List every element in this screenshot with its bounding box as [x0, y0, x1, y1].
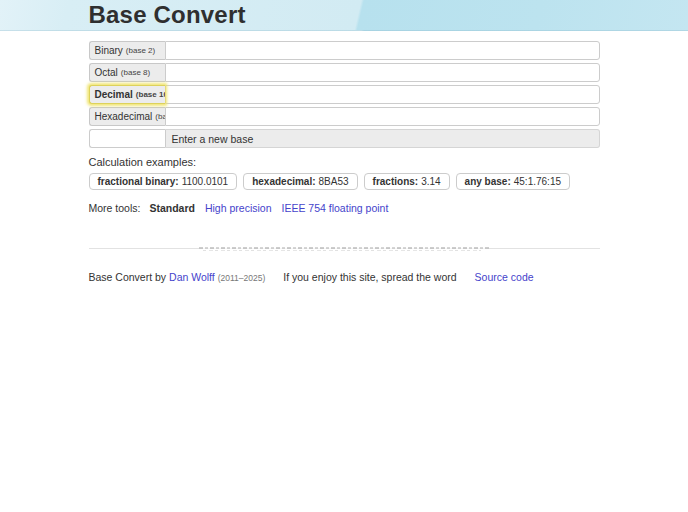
binary-label: Binary (base 2): [89, 41, 165, 60]
example-label: any base:: [465, 176, 511, 187]
app-title: Base Convert: [89, 1, 246, 29]
binary-label-text: Binary: [95, 45, 123, 56]
example-fractional-binary-button[interactable]: fractional binary: 1100.0101: [89, 173, 238, 190]
footer-divider: [89, 248, 600, 249]
author-link[interactable]: Dan Wolff: [169, 271, 215, 283]
tool-high-precision-link[interactable]: High precision: [205, 202, 272, 214]
binary-base-note: (base 2): [126, 46, 155, 55]
decimal-base-note: (base 10): [136, 90, 165, 99]
example-value: 45:1.76:15: [514, 176, 561, 187]
example-value: 3.14: [421, 176, 440, 187]
octal-label-text: Octal: [95, 67, 118, 78]
hexadecimal-label-text: Hexadecimal: [95, 111, 153, 122]
octal-row: Octal (base 8): [89, 63, 600, 82]
binary-input[interactable]: [165, 41, 600, 60]
credit-prefix: Base Convert by: [89, 271, 167, 283]
example-value: 1100.0101: [182, 176, 229, 187]
example-label: fractional binary:: [98, 176, 179, 187]
new-base-prompt: Enter a new base: [165, 129, 600, 148]
octal-label: Octal (base 8): [89, 63, 165, 82]
example-label: hexadecimal:: [252, 176, 315, 187]
page-header: Base Convert: [0, 0, 688, 31]
examples-row: fractional binary: 1100.0101 hexadecimal…: [89, 173, 600, 190]
decimal-label: Decimal (base 10): [89, 85, 165, 104]
example-any-base-button[interactable]: any base: 45:1.76:15: [456, 173, 570, 190]
hexadecimal-row: Hexadecimal (base 16): [89, 107, 600, 126]
spread-the-word-message: If you enjoy this site, spread the word: [283, 271, 456, 283]
hexadecimal-label: Hexadecimal (base 16): [89, 107, 165, 126]
copyright-years: (2011–2025): [218, 273, 266, 283]
binary-row: Binary (base 2): [89, 41, 600, 60]
example-fractions-button[interactable]: fractions: 3.14: [364, 173, 450, 190]
examples-heading: Calculation examples:: [89, 156, 600, 168]
hexadecimal-input[interactable]: [165, 107, 600, 126]
example-label: fractions:: [373, 176, 419, 187]
main-content: Binary (base 2) Octal (base 8) Decimal (…: [89, 31, 600, 283]
octal-base-note: (base 8): [121, 68, 150, 77]
decimal-label-text: Decimal: [95, 89, 133, 100]
decimal-input[interactable]: [165, 85, 600, 104]
hexadecimal-base-note: (base 16): [155, 112, 164, 121]
header-inner: Base Convert: [89, 0, 600, 30]
tool-ieee754-link[interactable]: IEEE 754 floating point: [282, 202, 389, 214]
fine-print-placeholder: [199, 245, 489, 253]
page-footer: Base Convert by Dan Wolff (2011–2025) If…: [89, 271, 600, 283]
more-tools-heading: More tools:: [89, 202, 141, 214]
tool-standard-current: Standard: [149, 202, 195, 214]
example-value: 8BA53: [319, 176, 349, 187]
example-hexadecimal-button[interactable]: hexadecimal: 8BA53: [243, 173, 357, 190]
credit-line: Base Convert by Dan Wolff (2011–2025): [89, 271, 266, 283]
decimal-row: Decimal (base 10): [89, 85, 600, 104]
new-base-number-input[interactable]: [89, 129, 165, 148]
source-code-link[interactable]: Source code: [475, 271, 534, 283]
new-base-row: Enter a new base: [89, 129, 600, 148]
more-tools-row: More tools: Standard High precision IEEE…: [89, 202, 600, 214]
octal-input[interactable]: [165, 63, 600, 82]
